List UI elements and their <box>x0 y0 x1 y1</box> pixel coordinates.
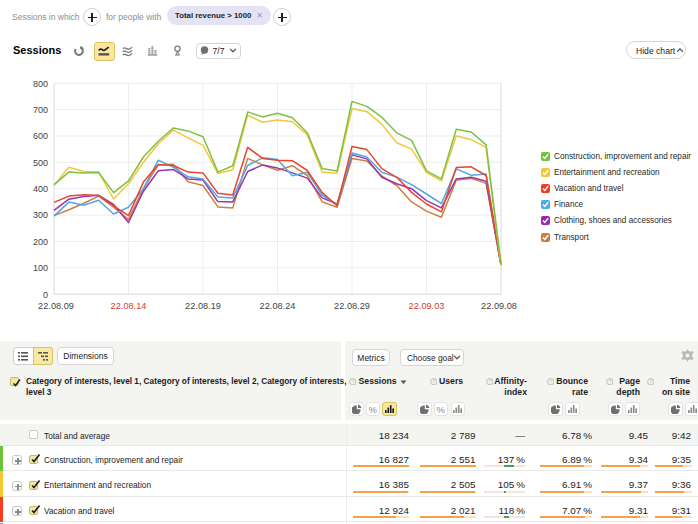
svg-text:700: 700 <box>33 105 48 115</box>
svg-text:800: 800 <box>33 79 48 89</box>
svg-text:0: 0 <box>43 290 48 300</box>
svg-text:600: 600 <box>33 131 48 141</box>
svg-text:22.08.09: 22.08.09 <box>38 301 74 311</box>
svg-text:22.08.19: 22.08.19 <box>185 301 221 311</box>
svg-text:22.08.24: 22.08.24 <box>260 301 296 311</box>
svg-text:100: 100 <box>33 263 48 273</box>
svg-text:22.08.29: 22.08.29 <box>334 301 370 311</box>
svg-text:22.09.08: 22.09.08 <box>481 301 517 311</box>
svg-text:500: 500 <box>33 158 48 168</box>
svg-text:22.09.03: 22.09.03 <box>409 301 445 311</box>
svg-text:400: 400 <box>33 184 48 194</box>
svg-text:200: 200 <box>33 237 48 247</box>
svg-text:22.08.14: 22.08.14 <box>111 301 147 311</box>
svg-text:300: 300 <box>33 210 48 220</box>
